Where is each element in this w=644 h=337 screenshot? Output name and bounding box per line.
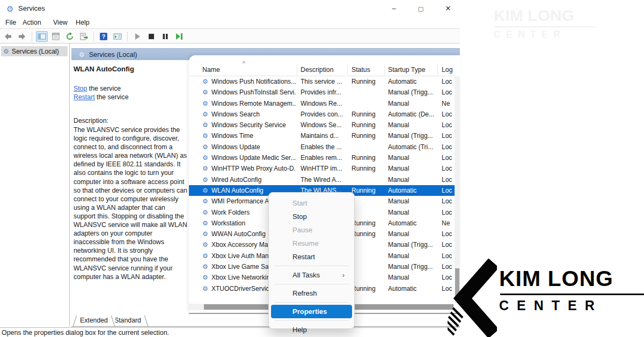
show-console-tree-icon[interactable] (36, 31, 48, 42)
menu-item-resume[interactable]: Resume (271, 237, 352, 250)
column-header-name[interactable]: Name (202, 66, 220, 74)
service-status-cell: Running (352, 120, 384, 130)
service-gear-icon: ⚙ (202, 174, 210, 185)
service-startup-cell: Automatic (388, 218, 437, 229)
table-row[interactable]: ⚙Wired AutoConfigThe Wired A...ManualLoc (189, 174, 455, 185)
table-row[interactable]: ⚙Windows Update Medic Ser...Enables rem.… (189, 152, 455, 163)
service-startup-cell: Manual (388, 120, 437, 130)
service-startup-cell: Manual (Trigg... (388, 261, 437, 272)
menu-item-pause[interactable]: Pause (271, 223, 352, 237)
column-header-description[interactable]: Description (301, 66, 334, 74)
column-header-startup-type[interactable]: Startup Type (388, 66, 426, 74)
restart-link-suffix: the service (95, 93, 129, 101)
service-logon-cell: Loc (442, 174, 455, 185)
menu-help[interactable]: Help (76, 19, 90, 26)
services-gear-icon: ⚙ (79, 51, 85, 58)
kim-long-center-logo: KIM LONG CENTER (448, 262, 644, 337)
service-status-cell: Running (352, 185, 384, 196)
menu-item-start[interactable]: Start (271, 196, 352, 210)
restart-link-line: Restart the service (74, 93, 129, 101)
stop-service-link[interactable]: Stop (74, 85, 87, 92)
table-row[interactable]: ⚙Windows TimeMaintains d...RunningManual… (189, 130, 455, 141)
tab-edge (144, 316, 148, 326)
menu-item-all-tasks[interactable]: All Tasks› (271, 268, 352, 282)
service-status-cell (352, 196, 384, 207)
service-logon-cell: Loc (442, 185, 455, 196)
status-bar: Opens the properties dialog box for the … (0, 327, 460, 337)
service-gear-icon: ⚙ (202, 207, 210, 218)
table-row[interactable]: ⚙Windows PushToInstall Servi...Provides … (189, 87, 455, 98)
service-startup-cell: Manual (388, 152, 437, 163)
faint-watermark-rule (494, 26, 596, 27)
tab-extended[interactable]: Extended (72, 316, 115, 326)
tab-standard-label: Standard (114, 317, 141, 324)
service-startup-cell: Automatic (388, 185, 437, 196)
menu-separator (274, 284, 349, 284)
menu-action[interactable]: Action (23, 19, 41, 26)
menu-separator (274, 302, 349, 303)
tree-item-services-local[interactable]: ⚙ Services (Local) (1, 46, 68, 56)
service-name-cell: Windows Update Medic Ser... (211, 152, 296, 163)
service-description-cell: Provides infr... (301, 87, 347, 98)
export-list-icon[interactable] (78, 31, 90, 42)
properties-sheet-icon[interactable] (50, 31, 62, 42)
stop-service-icon[interactable] (145, 31, 157, 42)
toolbar-separator (127, 32, 128, 41)
service-gear-icon: ⚙ (202, 239, 210, 250)
start-service-icon[interactable] (131, 31, 143, 42)
stop-link-line: Stop the service (74, 84, 129, 93)
service-gear-icon: ⚙ (202, 229, 210, 239)
menu-item-properties[interactable]: Properties (271, 305, 352, 318)
extended-view-icon[interactable] (112, 31, 123, 42)
service-startup-cell: Manual (388, 272, 437, 283)
toolbar-separator (32, 32, 32, 41)
forward-arrow-icon[interactable] (16, 31, 28, 42)
back-arrow-icon[interactable] (2, 31, 14, 42)
menu-bar: File Action View Help (0, 17, 460, 29)
table-row[interactable]: ⚙Windows SearchProvides con...RunningAut… (189, 109, 455, 120)
service-gear-icon: ⚙ (202, 272, 210, 283)
service-gear-icon: ⚙ (202, 109, 210, 120)
service-logon-cell: Loc (442, 76, 455, 87)
service-logon-cell: Ne (442, 98, 455, 109)
menu-item-restart[interactable]: Restart (271, 250, 352, 263)
restart-service-link[interactable]: Restart (74, 93, 95, 101)
table-row[interactable]: ⚙Windows Security ServiceWindows Se...Ru… (189, 120, 455, 130)
window-title: Services (18, 4, 45, 12)
menu-item-help[interactable]: Help (271, 323, 352, 336)
service-status-cell (352, 272, 384, 283)
tree-item-label: Services (Local) (12, 48, 59, 55)
refresh-icon[interactable] (64, 31, 76, 42)
maximize-button[interactable]: ▢ (415, 3, 426, 14)
menu-view[interactable]: View (53, 19, 68, 26)
close-button[interactable]: ✕ (443, 3, 453, 14)
service-description-cell: Enables the ... (301, 142, 347, 152)
table-row[interactable]: ⚙Windows UpdateEnables the ...Automatic … (189, 142, 455, 152)
restart-service-icon[interactable] (173, 31, 185, 42)
service-startup-cell: Automatic (De... (388, 109, 437, 120)
menu-file[interactable]: File (5, 19, 16, 26)
column-divider[interactable] (347, 64, 348, 75)
description-label: Description: (74, 117, 108, 124)
toolbar: ? (0, 30, 460, 43)
help-icon[interactable]: ? (98, 31, 109, 42)
service-status-cell: Running (352, 152, 384, 163)
service-logon-cell: Ne (442, 218, 455, 229)
logo-text: KIM LONG CENTER (499, 266, 644, 313)
pause-service-icon[interactable] (159, 31, 171, 42)
column-divider[interactable] (437, 64, 438, 75)
service-logon-cell: Loc (442, 207, 455, 218)
table-row[interactable]: ⚙WinHTTP Web Proxy Auto-D...WinHTTP im..… (189, 163, 455, 174)
column-header-logon[interactable]: Log (442, 66, 453, 74)
column-divider[interactable] (384, 64, 385, 75)
menu-item-refresh[interactable]: Refresh (271, 287, 352, 300)
table-row[interactable]: ⚙Windows Remote Managem...Windows Re...M… (189, 98, 455, 109)
column-divider[interactable] (297, 64, 297, 75)
service-name-cell: Windows PushToInstall Servi... (211, 87, 296, 98)
table-row[interactable]: ⚙Windows Push Notifications...This servi… (189, 76, 455, 87)
table-header: Name ^ Description Status Startup Type L… (189, 63, 455, 76)
service-startup-cell: Manual (388, 251, 437, 261)
minimize-button[interactable]: – (389, 3, 399, 14)
column-header-status[interactable]: Status (352, 66, 370, 74)
menu-item-stop[interactable]: Stop (271, 210, 352, 223)
